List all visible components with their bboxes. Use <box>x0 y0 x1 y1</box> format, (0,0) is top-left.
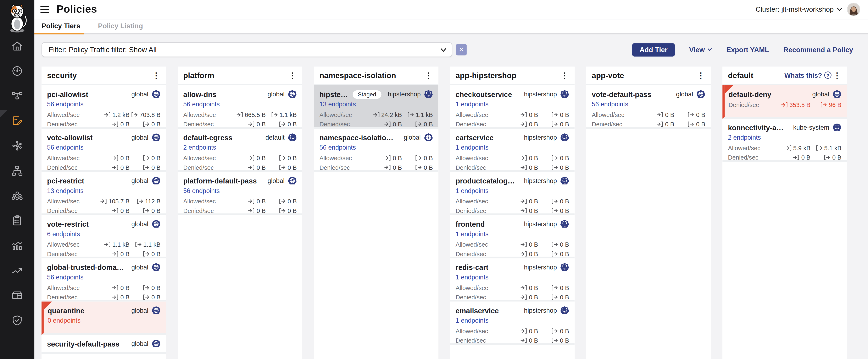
sidebar-item-trend[interactable] <box>0 259 34 284</box>
tier-menu-button[interactable]: ⋮ <box>832 71 842 79</box>
policy-card[interactable]: cartservicehipstershopns1 endpointsAllow… <box>450 129 575 172</box>
tab-policy-tiers[interactable]: Policy Tiers <box>41 22 80 30</box>
endpoints-link[interactable]: 56 endpoints <box>183 101 220 108</box>
metric-ingress-value: 0 B <box>367 155 402 161</box>
sidebar-item-network-nodes[interactable] <box>0 134 34 159</box>
endpoints-link[interactable]: 2 endpoints <box>728 134 761 141</box>
cluster-selector[interactable]: Cluster: jlt-msft-workshop <box>755 6 842 13</box>
sidebar-item-compliance-report[interactable] <box>0 209 34 234</box>
endpoints-link[interactable]: 1 endpoints <box>456 230 489 237</box>
endpoints-link[interactable]: 13 endpoints <box>319 101 356 108</box>
metric-label: Allowed/sec <box>456 284 488 291</box>
recommend-policy-button[interactable]: Recommend a Policy <box>783 46 853 53</box>
staged-badge: Staged <box>353 90 381 99</box>
policy-card[interactable]: konnectivity-agentkube-systemns2 endpoin… <box>722 119 847 162</box>
policy-card[interactable]: platform-default-passglobal56 endpointsA… <box>178 172 302 215</box>
metric-value-text: 0 B <box>151 121 161 128</box>
endpoints-link[interactable]: 1 endpoints <box>456 101 489 108</box>
metric-egress-value: 0 B <box>129 155 160 161</box>
endpoints-link[interactable]: 1 endpoints <box>456 187 489 194</box>
policy-card[interactable]: hipstershop-gh…Stagedhipstershopns13 end… <box>314 85 438 129</box>
user-avatar[interactable] <box>847 3 860 16</box>
endpoints-link[interactable]: 1 endpoints <box>456 317 489 324</box>
endpoints-link[interactable]: 6 endpoints <box>47 230 80 237</box>
endpoints-link[interactable]: 0 endpoints <box>48 317 81 324</box>
metric-egress-value: 1.1 kB <box>402 111 433 118</box>
policy-card[interactable]: security-default-passglobal <box>41 335 166 354</box>
policy-card[interactable]: emailservicehipstershopns1 endpointsAllo… <box>450 302 575 345</box>
policy-card[interactable]: pci-restrictglobal13 endpointsAllowed/se… <box>41 172 166 215</box>
sidebar-item-policies[interactable] <box>0 109 34 134</box>
policy-card[interactable]: quarantineglobal0 endpoints <box>41 302 166 335</box>
policy-card[interactable]: frontendhipstershopns1 endpointsAllowed/… <box>450 215 575 258</box>
tier-column-app-vote: app-vote⋮vote-default-passglobal56 endpo… <box>586 66 711 359</box>
sidebar-item-traffic-stats[interactable] <box>0 234 34 259</box>
tier-menu-button[interactable]: ⋮ <box>151 71 162 79</box>
whats-this-link[interactable]: Whats this?? <box>784 71 832 79</box>
policy-card[interactable]: vote-allowlistglobal56 endpointsAllowed/… <box>41 129 166 172</box>
metric-ingress-value: 0 B <box>503 155 538 161</box>
metric-values: 0 B0 B <box>503 337 569 343</box>
policy-card[interactable]: allow-dnsglobal56 endpointsAllowed/sec66… <box>178 85 302 129</box>
metric-value-text: 1.1 kB <box>143 241 161 248</box>
ingress-icon <box>104 112 111 118</box>
endpoints-link[interactable]: 56 endpoints <box>47 274 84 280</box>
menu-icon[interactable] <box>40 6 50 13</box>
metric-ingress-value: 24.2 kB <box>367 111 402 118</box>
endpoints-link[interactable]: 1 endpoints <box>456 274 489 280</box>
endpoints-link[interactable]: 56 endpoints <box>183 187 220 194</box>
endpoints-link[interactable]: 1 endpoints <box>456 144 489 151</box>
endpoints-link[interactable]: 56 endpoints <box>592 101 628 108</box>
policy-card[interactable]: global-trusted-domainsglobal56 endpoints… <box>41 258 166 301</box>
tier-menu-button[interactable]: ⋮ <box>423 71 434 79</box>
policy-card[interactable]: redis-carthipstershopns1 endpointsAllowe… <box>450 258 575 301</box>
endpoints-link[interactable]: 56 endpoints <box>319 144 356 151</box>
policy-card[interactable]: checkoutservicehipstershopns1 endpointsA… <box>450 85 575 129</box>
sidebar-item-sitemap[interactable] <box>0 159 34 184</box>
egress-icon <box>135 242 142 247</box>
sidebar-item-workloads[interactable] <box>0 184 34 209</box>
metric-egress-value: 0 B <box>538 284 569 291</box>
metric-value-text: 0 B <box>287 155 297 161</box>
policy-card[interactable]: default-denyglobalDenied/sec353.5 B96 B <box>722 85 847 119</box>
tier-menu-button[interactable]: ⋮ <box>287 71 298 79</box>
metric-value-text: 0 B <box>287 121 297 128</box>
tab-policy-listing[interactable]: Policy Listing <box>98 22 143 30</box>
endpoints-link[interactable]: 13 endpoints <box>47 187 84 194</box>
metric-value-text: 5.9 kB <box>793 145 810 151</box>
view-dropdown[interactable]: View <box>689 46 712 53</box>
metric-ingress-value: 0 B <box>503 328 538 334</box>
endpoints-link[interactable]: 56 endpoints <box>47 101 84 108</box>
metric-egress-value: 0 B <box>129 284 160 291</box>
add-tier-button[interactable]: Add Tier <box>632 43 675 56</box>
policy-name: productcatalogservice <box>456 176 518 185</box>
metric-value-text: 665.5 B <box>245 111 266 118</box>
namespace-icon: ns <box>560 263 569 272</box>
policy-card-header: konnectivity-agentkube-systemns <box>728 123 841 132</box>
sidebar-item-inventory-box[interactable] <box>0 284 34 309</box>
sidebar-item-dashboard-gauge[interactable] <box>0 59 34 84</box>
policy-card[interactable]: productcatalogservicehipstershopns1 endp… <box>450 172 575 215</box>
policy-card[interactable]: pci-allowlistglobal56 endpointsAllowed/s… <box>41 85 166 129</box>
policy-card[interactable]: namespace-isolation-default-p…global56 e… <box>314 129 438 172</box>
tier-menu-button[interactable]: ⋮ <box>695 71 706 79</box>
sidebar-item-shield-check[interactable] <box>0 309 34 334</box>
metric-egress-value: 0 B <box>266 164 297 171</box>
policy-card[interactable]: vote-restrictglobal6 endpointsAllowed/se… <box>41 215 166 258</box>
metric-value-text: 0 B <box>529 164 538 171</box>
policy-card[interactable]: vote-default-passglobal56 endpointsAllow… <box>586 85 711 129</box>
endpoints-link[interactable]: 2 endpoints <box>183 144 216 151</box>
metric-ingress-value: 0 B <box>231 208 266 214</box>
sidebar-item-service-graph[interactable] <box>0 84 34 109</box>
policy-filter-dropdown[interactable]: Filter: Policy Traffic filter: Show All <box>41 42 452 57</box>
svg-text:ns: ns <box>564 182 565 184</box>
metric-row: Denied/sec0 B0 B <box>456 337 569 343</box>
sidebar-item-home[interactable] <box>0 34 34 59</box>
policy-card[interactable]: default-egressdefaultns2 endpointsAllowe… <box>178 129 302 172</box>
export-yaml-button[interactable]: Export YAML <box>726 46 769 53</box>
tier-menu-button[interactable]: ⋮ <box>559 71 570 79</box>
metric-row: Allowed/sec0 B0 B <box>456 328 569 334</box>
globe-icon <box>152 306 161 315</box>
clear-filter-button[interactable]: ✕ <box>456 44 467 55</box>
endpoints-link[interactable]: 56 endpoints <box>47 144 84 151</box>
